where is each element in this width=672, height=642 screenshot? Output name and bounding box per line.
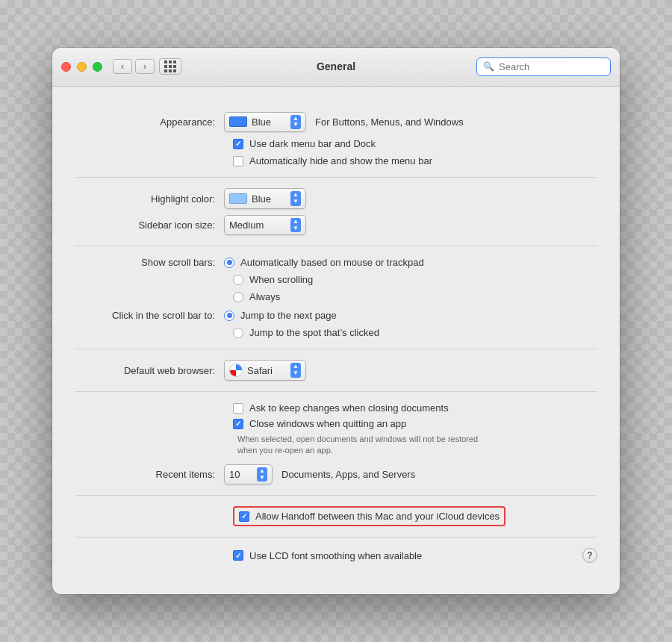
scroll-auto-radio-row: Automatically based on mouse or trackpad — [224, 257, 424, 268]
handoff-label: Allow Handoff between this Mac and your … — [255, 511, 500, 522]
scroll-when-scrolling-radio[interactable] — [233, 275, 243, 285]
sidebar-icon-size-label: Sidebar icon size: — [75, 219, 224, 231]
default-browser-label: Default web browser: — [75, 365, 224, 376]
nav-buttons: ‹ › — [113, 59, 155, 74]
documents-section: Ask to keep changes when closing documen… — [75, 392, 597, 496]
show-scroll-bars-row: Show scroll bars: Automatically based on… — [75, 257, 597, 268]
forward-button[interactable]: › — [135, 59, 155, 74]
scroll-when-scrolling-radio-row: When scrolling — [233, 274, 313, 285]
close-windows-row: Close windows when quitting an app — [233, 418, 597, 429]
system-preferences-window: ‹ › General 🔍 Appearance: — [52, 48, 620, 595]
jump-next-page-radio-row: Jump to the next page — [224, 310, 337, 321]
grid-icon — [164, 60, 177, 73]
jump-spot-row: Jump to the spot that’s clicked — [224, 327, 597, 338]
appearance-label: Appearance: — [75, 116, 224, 128]
traffic-lights — [61, 62, 102, 72]
default-browser-value: Safari — [247, 365, 273, 376]
handoff-section: Allow Handoff between this Mac and your … — [75, 496, 597, 537]
preferences-content: Appearance: Blue ▲▼ For Buttons, Menus, … — [52, 87, 620, 595]
jump-spot-radio-row: Jump to the spot that’s clicked — [233, 327, 379, 338]
minimize-button[interactable] — [77, 62, 87, 72]
scroll-auto-label: Automatically based on mouse or trackpad — [240, 257, 424, 268]
click-scroll-bar-row: Click in the scroll bar to: Jump to the … — [75, 310, 597, 321]
appearance-row: Appearance: Blue ▲▼ For Buttons, Menus, … — [75, 112, 597, 133]
handoff-checkbox[interactable] — [239, 511, 249, 522]
close-windows-checkbox[interactable] — [233, 419, 243, 429]
ask-keep-changes-checkbox[interactable] — [233, 403, 243, 414]
close-windows-label: Close windows when quitting an app — [249, 418, 406, 429]
scrollbar-section: Show scroll bars: Automatically based on… — [75, 246, 597, 349]
highlight-color-label: Highlight color: — [75, 193, 224, 205]
recent-items-row: Recent items: 10 ▲▼ Documents, Apps, and… — [75, 464, 597, 485]
default-browser-arrows: ▲▼ — [290, 363, 301, 378]
lcd-font-label: Use LCD font smoothing when available — [249, 550, 422, 561]
appearance-select[interactable]: Blue ▲▼ — [224, 112, 306, 133]
jump-next-page-label: Jump to the next page — [240, 310, 337, 321]
sidebar-icon-size-row: Sidebar icon size: Medium ▲▼ — [75, 215, 597, 236]
jump-next-page-radio[interactable] — [224, 311, 234, 321]
ask-keep-changes-row: Ask to keep changes when closing documen… — [233, 402, 597, 414]
titlebar: ‹ › General 🔍 — [52, 48, 620, 87]
lcd-section: Use LCD font smoothing when available ? — [75, 537, 597, 573]
auto-hide-menu-checkbox[interactable] — [233, 156, 243, 166]
recent-items-arrows: ▲▼ — [257, 467, 267, 482]
recent-items-value: 10 — [229, 469, 240, 480]
ask-keep-changes-checkbox-row: Ask to keep changes when closing documen… — [233, 402, 449, 414]
close-windows-checkbox-row: Close windows when quitting an app — [233, 418, 406, 429]
appearance-description: For Buttons, Menus, and Windows — [315, 116, 464, 128]
back-icon: ‹ — [121, 61, 124, 72]
auto-hide-menu-label: Automatically hide and show the menu bar — [249, 155, 432, 166]
forward-icon: › — [143, 61, 146, 72]
help-button[interactable]: ? — [582, 548, 597, 563]
recent-items-select[interactable]: 10 ▲▼ — [224, 464, 273, 485]
lcd-font-checkbox[interactable] — [233, 550, 243, 561]
default-browser-select[interactable]: Safari ▲▼ — [224, 360, 306, 381]
close-windows-note: When selected, open documents and window… — [237, 434, 597, 457]
show-scroll-bars-label: Show scroll bars: — [75, 257, 224, 268]
click-scroll-bar-label: Click in the scroll bar to: — [75, 310, 224, 321]
sidebar-icon-size-arrows: ▲▼ — [290, 218, 301, 233]
scroll-always-label: Always — [249, 291, 280, 302]
sidebar-icon-size-value: Medium — [229, 219, 264, 231]
search-icon: 🔍 — [483, 61, 494, 72]
appearance-section: Appearance: Blue ▲▼ For Buttons, Menus, … — [75, 102, 597, 178]
default-browser-row: Default web browser: Safari ▲▼ — [75, 360, 597, 381]
sidebar-icon-size-select[interactable]: Medium ▲▼ — [224, 215, 306, 236]
dark-menu-bar-label: Use dark menu bar and Dock — [249, 138, 376, 149]
highlight-color-select[interactable]: Blue ▲▼ — [224, 188, 306, 209]
appearance-swatch — [229, 116, 247, 127]
scroll-when-scrolling-label: When scrolling — [249, 274, 313, 285]
jump-spot-label: Jump to the spot that’s clicked — [249, 327, 379, 338]
dark-menu-bar-checkbox[interactable] — [233, 139, 243, 149]
jump-spot-radio[interactable] — [233, 328, 243, 338]
highlight-color-value: Blue — [252, 193, 271, 205]
handoff-row: Allow Handoff between this Mac and your … — [233, 506, 597, 526]
handoff-highlight-box: Allow Handoff between this Mac and your … — [233, 506, 505, 526]
dark-menu-bar-row: Use dark menu bar and Dock — [224, 138, 597, 149]
ask-keep-changes-label: Ask to keep changes when closing documen… — [249, 402, 449, 414]
search-box[interactable]: 🔍 — [476, 57, 611, 76]
search-input[interactable] — [499, 61, 604, 72]
highlight-color-row: Highlight color: Blue ▲▼ — [75, 188, 597, 209]
recent-items-label: Recent items: — [75, 469, 224, 480]
scroll-always-row: Always — [224, 291, 597, 302]
highlight-color-swatch — [229, 193, 247, 204]
window-title: General — [317, 60, 355, 72]
scroll-auto-radio[interactable] — [224, 258, 234, 268]
highlight-section: Highlight color: Blue ▲▼ Sidebar icon si… — [75, 178, 597, 246]
maximize-button[interactable] — [93, 62, 102, 72]
dark-menu-bar-checkbox-row: Use dark menu bar and Dock — [233, 138, 376, 149]
scroll-always-radio[interactable] — [233, 292, 243, 302]
scroll-when-scrolling-row: When scrolling — [224, 274, 597, 285]
appearance-arrows: ▲▼ — [290, 115, 301, 130]
auto-hide-menu-checkbox-row: Automatically hide and show the menu bar — [233, 155, 432, 166]
recent-items-description: Documents, Apps, and Servers — [281, 469, 415, 480]
appearance-value: Blue — [252, 116, 271, 128]
all-preferences-button[interactable] — [159, 58, 181, 75]
safari-icon — [229, 364, 243, 377]
highlight-color-arrows: ▲▼ — [290, 191, 301, 206]
close-button[interactable] — [61, 62, 71, 72]
lcd-font-checkbox-row: Use LCD font smoothing when available — [233, 550, 422, 561]
browser-section: Default web browser: Safari ▲▼ — [75, 349, 597, 392]
back-button[interactable]: ‹ — [113, 59, 132, 74]
